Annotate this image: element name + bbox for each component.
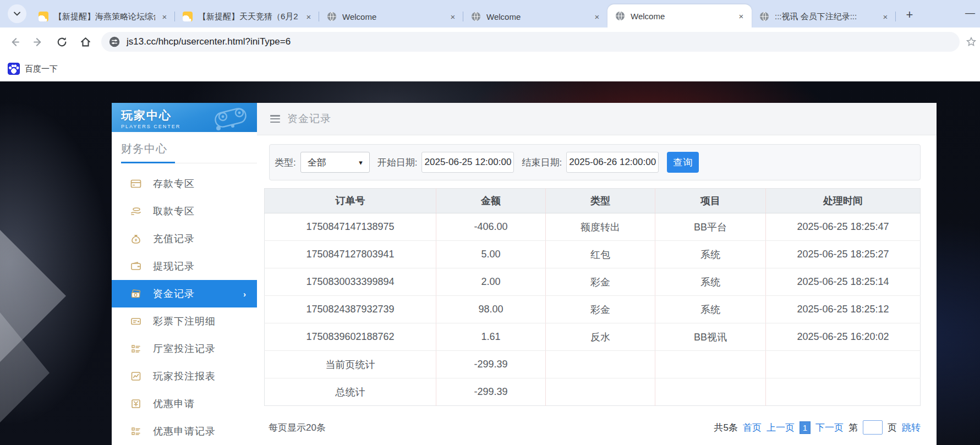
sidebar-menu: 存款专区 取款专区 ¥ 充值记录 提现记录 资金记录 › 彩票下注明细 厅室投注… [112,170,257,445]
sidebar-item-优惠申请记录[interactable]: 优惠申请记录 [112,417,257,445]
start-date-input[interactable]: 2025-06-25 12:00:00 [421,152,514,173]
home-button[interactable] [76,32,95,51]
sidebar-item-存款专区[interactable]: 存款专区 [112,170,257,197]
table-cell: 当前页统计 [265,351,436,378]
bookmark-baidu[interactable]: 百度一下 [8,63,58,75]
svg-text:¥: ¥ [135,238,138,243]
jump-suffix: 页 [888,421,897,434]
forum-favicon [39,12,48,21]
sidebar-item-label: 存款专区 [153,177,195,190]
table-cell: -299.39 [436,351,546,378]
url-text[interactable]: js13.cc/hhcp/usercenter.html?iniType=6 [127,36,291,47]
sidebar-item-优惠申请[interactable]: 优惠申请 [112,390,257,417]
column-header: 类型 [546,189,655,213]
tab-close-icon[interactable]: × [448,12,458,21]
globe-favicon [759,12,769,21]
first-page-link[interactable]: 首页 [743,421,762,434]
deposit-card-icon [130,178,142,190]
current-page-badge[interactable]: 1 [800,421,811,434]
sidebar-item-取款专区[interactable]: 取款专区 [112,197,257,225]
jump-button[interactable]: 跳转 [902,421,921,434]
browser-tab-4[interactable]: Welcome × [463,6,607,28]
table-cell: BB平台 [655,213,766,241]
hamburger-icon[interactable] [270,115,280,123]
next-page-link[interactable]: 下一页 [815,421,844,434]
window-minimize-button[interactable]: — [965,8,976,19]
browser-toolbar: js13.cc/hhcp/usercenter.html?iniType=6 [0,28,980,56]
tab-close-icon[interactable]: × [160,12,169,21]
type-select[interactable]: 全部 ▾ [300,152,370,173]
column-header: 订单号 [265,189,436,213]
sidebar-section-title: 财务中心 [121,141,257,156]
table-row: 17508471278039415.00红包系统2025-06-25 18:25… [265,241,921,268]
chevron-down-icon: ▾ [359,158,363,167]
table-cell: 1.61 [436,323,546,351]
back-icon [9,36,20,48]
browser-tab-5[interactable]: Welcome × [607,4,752,28]
sidebar-item-充值记录[interactable]: ¥ 充值记录 [112,225,257,252]
tab-close-icon[interactable]: × [592,12,602,21]
table-cell: 彩金 [546,296,655,323]
back-button[interactable] [5,32,24,51]
sidebar: 玩家中心 PLAYERS CENTER 财务中心 存款专区 [112,103,257,445]
sidebar-item-label: 资金记录 [153,287,195,300]
reload-button[interactable] [52,32,71,51]
table-cell: -299.39 [436,378,546,406]
filter-bar: 类型: 全部 ▾ 开始日期: 2025-06-25 12:00:00 结束日期:… [269,144,921,180]
bookmark-star-icon[interactable] [966,36,977,47]
prev-page-link[interactable]: 上一页 [767,421,795,434]
sidebar-item-玩家投注报表[interactable]: 玩家投注报表 [112,362,257,390]
chevron-down-icon [13,10,21,18]
gamepad-icon [211,107,250,131]
sidebar-item-厅室投注记录[interactable]: 厅室投注记录 [112,335,257,362]
table-cell: BB视讯 [655,323,766,351]
search-button[interactable]: 查询 [667,152,699,173]
report-icon [130,370,142,382]
tab-close-icon[interactable]: × [736,11,746,21]
browser-tab-3[interactable]: Welcome × [319,6,463,28]
forward-button[interactable] [29,32,47,51]
end-date-label: 结束日期: [522,156,562,169]
type-label: 类型: [275,156,296,169]
web-page: 玩家中心 PLAYERS CENTER 财务中心 存款专区 [0,81,980,445]
table-cell: 98.00 [436,296,546,323]
wallet-icon [130,260,142,272]
sidebar-item-资金记录[interactable]: 资金记录 › [112,280,257,307]
sidebar-item-彩票下注明细[interactable]: 彩票下注明细 [112,307,257,335]
new-tab-button[interactable]: + [901,7,918,23]
table-cell: 额度转出 [546,213,655,241]
table-cell: 2025-06-25 16:20:02 [766,323,921,351]
bookmarks-bar: 百度一下 [0,56,980,81]
tab-search-button[interactable] [8,4,26,23]
globe-favicon [471,12,481,21]
coupon-icon [130,398,142,410]
table-cell: 1750824387932739 [265,296,436,323]
sidebar-item-label: 提现记录 [153,260,195,273]
chevron-right-icon: › [243,289,246,299]
list-icon [130,425,142,437]
address-bar[interactable]: js13.cc/hhcp/usercenter.html?iniType=6 [101,32,960,52]
browser-tab-6[interactable]: :::视讯 会员下注纪录::: × [752,6,896,28]
table-cell [766,378,921,406]
jump-prefix: 第 [848,421,858,434]
table-cell: -406.00 [436,213,546,241]
table-cell: 系统 [655,268,766,296]
list-icon [130,343,142,355]
browser-tab-1[interactable]: 【新提醒】海燕策略论坛综合 × [31,6,175,28]
table-row: 17508396021887621.61反水BB视讯2025-06-25 16:… [265,323,921,351]
site-info-icon[interactable] [109,36,120,47]
table-row: 总统计-299.39 [265,378,921,406]
table-cell [546,351,655,378]
table-cell: 1750839602188762 [265,323,436,351]
tab-close-icon[interactable]: × [304,12,314,21]
tab-close-icon[interactable]: × [880,12,890,21]
start-date-label: 开始日期: [377,156,418,169]
sidebar-item-label: 取款专区 [153,205,195,218]
sidebar-item-label: 优惠申请记录 [153,425,216,438]
sidebar-item-提现记录[interactable]: 提现记录 [112,252,257,280]
table-row: 当前页统计-299.39 [265,351,921,378]
jump-page-input[interactable] [863,420,883,435]
end-date-input[interactable]: 2025-06-26 12:00:00 [566,152,659,173]
browser-tab-2[interactable]: 【新提醒】天天竞猜（6月2 × [175,6,319,28]
ticket-icon [130,315,142,327]
